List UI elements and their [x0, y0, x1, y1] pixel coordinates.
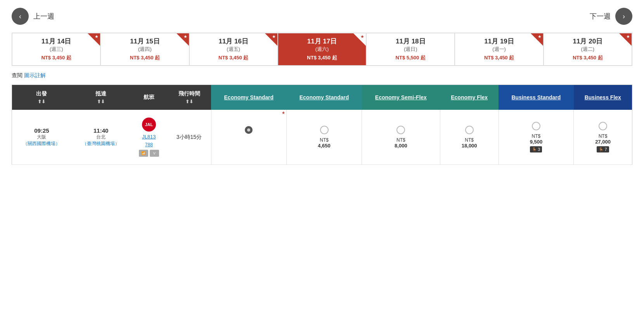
td-price-economy_standard_2[interactable]: NT$ 4,650 [286, 110, 362, 165]
date-cell-1[interactable]: 11月 15日(週四)NT$ 3,450 起 [100, 33, 189, 66]
flight-number[interactable]: JL813 [142, 134, 156, 140]
airline-logo: JAL [142, 118, 156, 132]
table-row: 09:25 大阪 （關西國際機場） 11:40 台北 （臺灣桃園機場） JAL … [12, 110, 632, 165]
td-airline: JAL JL813 788 📶 V [130, 110, 167, 165]
th-flight: 航班 [130, 85, 167, 110]
depart-airport-link[interactable]: （關西國際機場） [23, 141, 60, 146]
price-radio [599, 122, 607, 130]
price-currency: NT$ [215, 137, 282, 142]
price-currency: NT$ [444, 137, 495, 143]
td-arrive: 11:40 台北 （臺灣桃園機場） [71, 110, 131, 165]
price-currency: NT$ [503, 133, 570, 139]
sort-arrows-duration[interactable]: ⬆⬇ [185, 99, 193, 104]
th-biz-std: Business Standard [499, 85, 573, 110]
date-selector: 11月 14日(週三)NT$ 3,450 起11月 15日(週四)NT$ 3,4… [12, 33, 632, 66]
td-duration: 3小時15分 [167, 110, 211, 165]
price-amount: 27,000 [578, 139, 628, 145]
price-currency: NT$ [291, 137, 358, 143]
date-cell-0[interactable]: 11月 14日(週三)NT$ 3,450 起 [12, 33, 100, 66]
date-cell-4[interactable]: 11月 18日(週日)NT$ 5,500 起 [366, 33, 455, 66]
date-cell-5[interactable]: 11月 19日(週一)NT$ 3,450 起 [455, 33, 543, 66]
sort-arrows-arrive[interactable]: ⬆⬇ [97, 99, 105, 104]
price-currency: NT$ [578, 133, 628, 139]
price-amount: 4,650 [291, 143, 358, 149]
price-radio [396, 126, 405, 134]
prev-icon: ‹ [19, 12, 21, 21]
td-depart: 09:25 大阪 （關西國際機場） [12, 110, 71, 165]
legend-link[interactable]: 圖示註解 [24, 72, 46, 78]
arrive-time: 11:40 [75, 127, 127, 134]
th-eco-semi: Economy Semi-Flex [362, 85, 440, 110]
price-amount: 9,500 [503, 139, 570, 145]
arrive-airport-link[interactable]: （臺灣桃園機場） [82, 141, 119, 146]
next-week-label: 下一週 [590, 12, 611, 21]
date-cell-3[interactable]: 11月 17日(週六)NT$ 3,450 起 [278, 33, 366, 66]
flight-table-body: 09:25 大阪 （關西國際機場） 11:40 台北 （臺灣桃園機場） JAL … [12, 110, 632, 165]
price-radio [532, 122, 540, 130]
prev-week-label: 上一週 [33, 12, 54, 21]
th-arrive: 抵達 ⬆⬇ [71, 85, 131, 110]
price-radio [465, 126, 474, 134]
td-price-economy_standard_1[interactable]: NT$ 3,450 [211, 110, 286, 165]
td-price-business_standard[interactable]: NT$ 9,500 🪑3 [499, 110, 573, 165]
th-eco-std2: Economy Standard [286, 85, 362, 110]
price-radio [320, 126, 329, 134]
th-eco-std1: Economy Standard [211, 85, 286, 110]
flight-table: 出發 ⬆⬇ 抵達 ⬆⬇ 航班 飛行時間 ⬆⬇ [12, 85, 632, 165]
legend-row: 查閱 圖示註解 [12, 72, 632, 79]
depart-time: 09:25 [16, 127, 68, 134]
seats-badge: 🪑3 [530, 146, 542, 152]
td-price-economy_flex[interactable]: NT$ 18,000 [440, 110, 499, 165]
price-amount: 18,000 [444, 143, 495, 149]
table-header-row: 出發 ⬆⬇ 抵達 ⬆⬇ 航班 飛行時間 ⬆⬇ [12, 85, 632, 110]
next-week-button[interactable]: › [615, 8, 632, 25]
price-amount: 8,000 [366, 143, 436, 149]
next-icon: › [623, 12, 625, 21]
wifi-icon: 📶 [139, 150, 148, 157]
date-cell-6[interactable]: 11月 20日(週二)NT$ 3,450 起 [544, 33, 632, 66]
meal-icon: V [150, 150, 159, 157]
th-eco-flex: Economy Flex [440, 85, 499, 110]
seats-badge: 🪑7 [597, 146, 609, 152]
week-navigation: ‹ 上一週 下一週 › [12, 8, 632, 25]
prev-week-section: ‹ 上一週 [12, 8, 54, 25]
price-radio-selected [245, 126, 253, 134]
aircraft-link[interactable]: 788 [145, 142, 153, 147]
price-currency: NT$ [366, 137, 436, 143]
prev-week-button[interactable]: ‹ [12, 8, 29, 25]
legend-prefix: 查閱 [12, 72, 23, 78]
sort-arrows-depart[interactable]: ⬆⬇ [38, 99, 45, 104]
td-price-economy_semi_flex[interactable]: NT$ 8,000 [362, 110, 440, 165]
next-week-section: 下一週 › [590, 8, 632, 25]
td-price-business_flex[interactable]: NT$ 27,000 🪑7 [574, 110, 632, 165]
airline-icons: 📶 V [139, 150, 159, 157]
price-amount: 3,450 [215, 142, 282, 148]
date-cell-2[interactable]: 11月 16日(週五)NT$ 3,450 起 [189, 33, 278, 66]
th-duration: 飛行時間 ⬆⬇ [167, 85, 211, 110]
page-container: ‹ 上一週 下一週 › 11月 14日(週三)NT$ 3,450 起11月 15… [0, 0, 644, 173]
th-depart: 出發 ⬆⬇ [12, 85, 71, 110]
th-biz-flex: Business Flex [574, 85, 632, 110]
